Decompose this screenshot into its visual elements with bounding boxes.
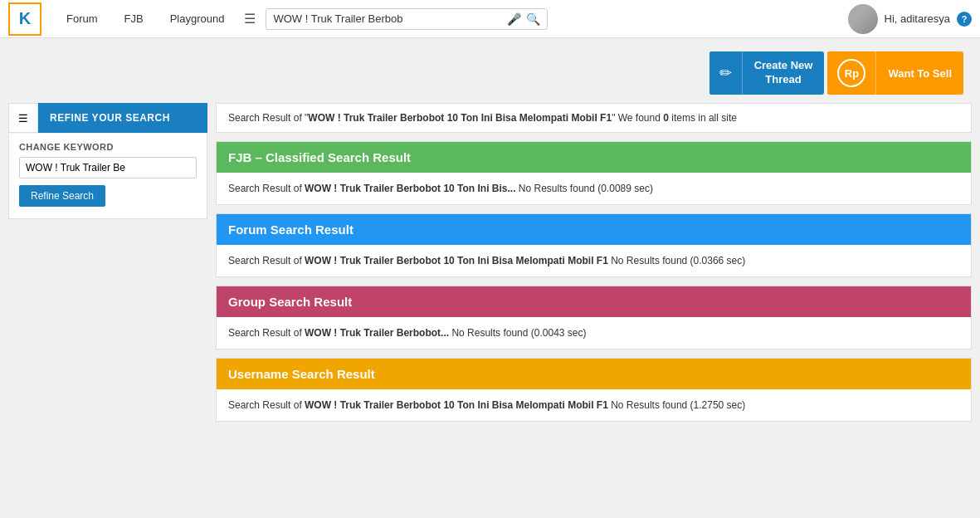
create-thread-icon: ✏ — [709, 51, 743, 95]
want-to-sell-label: Want To Sell — [876, 51, 963, 95]
user-greeting: Hi, aditaresya — [885, 12, 950, 25]
avatar — [848, 4, 878, 34]
result-section-header: Username Search Result — [217, 359, 971, 389]
result-section-query: WOW ! Truk Trailer Berbobot 10 Ton Ini B… — [305, 183, 515, 194]
search-summary-postfix: items in all site — [669, 112, 737, 124]
search-button[interactable]: 🔍 — [526, 12, 540, 26]
create-thread-label: Create NewThread — [743, 51, 825, 95]
nav-links: Forum FJB Playground — [53, 0, 237, 38]
results-area: Search Result of "WOW ! Truk Trailer Ber… — [216, 103, 972, 430]
hamburger-icon[interactable]: ☰ — [237, 0, 262, 38]
nav-right: Hi, aditaresya ? — [848, 4, 972, 34]
rp-circle: Rp — [837, 59, 865, 87]
search-summary-count: 0 — [663, 112, 669, 124]
rp-icon: Rp — [827, 51, 876, 95]
search-bar: 🎤 🔍 — [266, 8, 548, 30]
search-input[interactable] — [273, 12, 502, 25]
logo-letter: K — [19, 9, 31, 28]
mic-icon[interactable]: 🎤 — [507, 12, 521, 26]
result-section-body: Search Result of WOW ! Truk Trailer Berb… — [217, 389, 971, 421]
search-summary-prefix: Search Result of " — [228, 112, 308, 124]
search-summary: Search Result of "WOW ! Truk Trailer Ber… — [216, 103, 972, 133]
result-section-query: WOW ! Truk Trailer Berbobot 10 Ton Ini B… — [305, 399, 608, 411]
search-summary-query: WOW ! Truk Trailer Berbobot 10 Ton Ini B… — [308, 112, 612, 124]
logo[interactable]: K — [8, 2, 41, 36]
nav-fjb[interactable]: FJB — [111, 0, 157, 38]
result-section-query: WOW ! Truk Trailer Berbobot 10 Ton Ini B… — [305, 255, 608, 266]
change-keyword-label: CHANGE KEYWORD — [19, 142, 197, 152]
result-section-body: Search Result of WOW ! Truk Trailer Berb… — [217, 317, 971, 349]
help-icon[interactable]: ? — [957, 12, 972, 27]
result-section: Forum Search Result Search Result of WOW… — [216, 213, 972, 277]
keyword-input[interactable] — [19, 157, 197, 178]
sidebar-top-row: ☰ REFINE YOUR SEARCH — [8, 103, 207, 133]
result-section: Group Search Result Search Result of WOW… — [216, 286, 972, 349]
avatar-image — [848, 4, 878, 34]
nav-forum[interactable]: Forum — [53, 0, 111, 38]
result-section-header: FJB – Classified Search Result — [217, 142, 971, 173]
navbar: K Forum FJB Playground ☰ 🎤 🔍 Hi, aditare… — [0, 0, 980, 38]
sidebar-toggle[interactable]: ☰ — [8, 103, 38, 133]
result-section-header: Forum Search Result — [217, 214, 971, 245]
result-section: Username Search Result Search Result of … — [216, 358, 972, 422]
sidebar: ☰ REFINE YOUR SEARCH CHANGE KEYWORD Refi… — [8, 103, 207, 430]
refine-search-button[interactable]: Refine Search — [19, 185, 105, 207]
create-thread-button[interactable]: ✏ Create NewThread — [709, 51, 825, 95]
sidebar-panel: CHANGE KEYWORD Refine Search — [8, 134, 207, 219]
result-section-header: Group Search Result — [217, 286, 971, 317]
result-section-body: Search Result of WOW ! Truk Trailer Berb… — [217, 245, 971, 276]
result-section-query: WOW ! Truk Trailer Berbobot... — [305, 327, 449, 339]
change-keyword-section: CHANGE KEYWORD Refine Search — [9, 134, 207, 218]
search-summary-suffix: " We found — [612, 112, 663, 124]
result-section: FJB – Classified Search Result Search Re… — [216, 141, 972, 205]
want-to-sell-button[interactable]: Rp Want To Sell — [827, 51, 963, 95]
main-content: ☰ REFINE YOUR SEARCH CHANGE KEYWORD Refi… — [0, 103, 980, 447]
action-row: ✏ Create NewThread Rp Want To Sell — [0, 38, 980, 103]
refine-header-label: REFINE YOUR SEARCH — [50, 112, 170, 124]
result-sections: FJB – Classified Search Result Search Re… — [216, 141, 972, 422]
result-section-body: Search Result of WOW ! Truk Trailer Berb… — [217, 173, 971, 204]
refine-header: REFINE YOUR SEARCH — [38, 103, 207, 133]
nav-playground[interactable]: Playground — [157, 0, 238, 38]
